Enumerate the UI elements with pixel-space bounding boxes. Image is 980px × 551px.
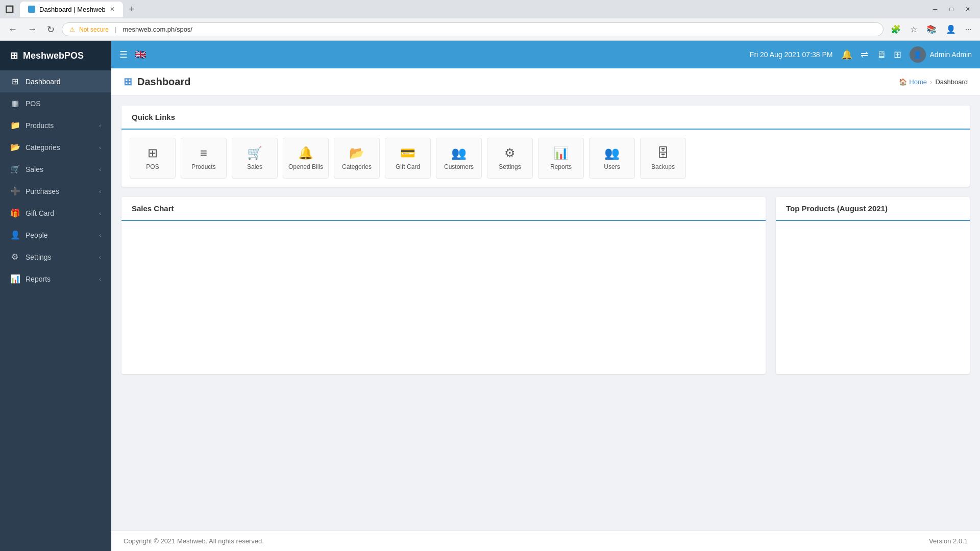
close-button[interactable]: ✕ <box>961 4 975 14</box>
sidebar-item-products[interactable]: 📁 Products ‹ <box>0 114 111 136</box>
minimize-button[interactable]: ─ <box>928 4 942 14</box>
more-button[interactable]: ··· <box>962 23 975 36</box>
pos-icon: ⊞ <box>148 146 158 160</box>
address-bar[interactable]: ⚠ Not secure | meshweb.com.ph/spos/ <box>62 22 884 36</box>
sidebar-item-left: 🎁 Gift Card <box>10 208 54 218</box>
chevron-icon: ‹ <box>99 210 101 216</box>
quick-link-settings[interactable]: ⚙ Settings <box>487 138 533 179</box>
sales-chart-card: Sales Chart <box>121 197 766 374</box>
sidebar-item-purchases[interactable]: ➕ Purchases ‹ <box>0 180 111 202</box>
quick-link-customers[interactable]: 👥 Customers <box>436 138 482 179</box>
main-area: ☰ 🇬🇧 Fri 20 Aug 2021 07:38 PM 🔔 ⇌ 🖥 ⊞ 👤 … <box>111 41 980 551</box>
quick-link-label-sales: Sales <box>247 163 262 170</box>
maximize-button[interactable]: □ <box>944 4 959 14</box>
quick-link-label-settings: Settings <box>499 163 521 170</box>
quick-link-backups[interactable]: 🗄 Backups <box>640 138 686 179</box>
top-products-header: Top Products (August 2021) <box>776 197 970 221</box>
backups-icon: 🗄 <box>657 146 669 160</box>
reload-button[interactable]: ↻ <box>44 22 58 37</box>
quick-links-header: Quick Links <box>121 106 970 130</box>
profile-button[interactable]: 👤 <box>943 22 959 36</box>
forward-button[interactable]: → <box>24 22 40 37</box>
quick-link-label-users: Users <box>604 163 620 170</box>
sidebar-item-left: 📁 Products <box>10 120 54 130</box>
footer: Copyright © 2021 Meshweb. All rights res… <box>111 531 980 551</box>
opened-bills-icon: 🔔 <box>298 146 313 160</box>
sidebar-item-label: Purchases <box>26 187 59 195</box>
quick-link-products[interactable]: ≡ Products <box>181 138 227 179</box>
new-tab-button[interactable]: + <box>127 2 137 17</box>
active-browser-tab[interactable]: Dashboard | Meshweb ✕ <box>20 2 123 17</box>
browser-titlebar: 🔲 Dashboard | Meshweb ✕ + ─ □ ✕ <box>0 0 980 18</box>
back-button[interactable]: ← <box>5 22 20 37</box>
sidebar-item-sales[interactable]: 🛒 Sales ‹ <box>0 158 111 180</box>
quick-link-categories[interactable]: 📂 Categories <box>334 138 380 179</box>
main-header: ⊞ Dashboard 🏠 Home › Dashboard <box>111 68 980 95</box>
window-controls: ─ □ ✕ <box>928 4 975 14</box>
sidebar-item-dashboard[interactable]: ⊞ Dashboard <box>0 70 111 92</box>
connections-icon[interactable]: ⇌ <box>861 49 868 60</box>
topbar-left: ☰ 🇬🇧 <box>119 49 146 60</box>
sidebar-item-reports[interactable]: 📊 Reports ‹ <box>0 268 111 290</box>
tab-close-button[interactable]: ✕ <box>110 6 115 13</box>
settings-icon: ⚙ <box>504 146 516 160</box>
sidebar-item-left: ▦ POS <box>10 98 41 108</box>
browser-nav-actions: 🧩 ☆ 📚 👤 ··· <box>888 22 975 36</box>
hamburger-icon[interactable]: ☰ <box>119 49 128 60</box>
sales-chart-header: Sales Chart <box>121 197 766 221</box>
customers-icon: 👥 <box>451 146 467 160</box>
page-title-area: ⊞ Dashboard <box>124 76 190 88</box>
content-area: Quick Links ⊞ POS ≡ Products 🛒 Sales 🔔 O… <box>111 95 980 531</box>
sales-icon: 🛒 <box>10 164 19 174</box>
sidebar-item-people[interactable]: 👤 People ‹ <box>0 224 111 246</box>
quick-link-label-pos: POS <box>146 163 159 170</box>
collections-button[interactable]: 📚 <box>923 22 940 36</box>
quick-link-pos[interactable]: ⊞ POS <box>130 138 176 179</box>
quick-link-sales[interactable]: 🛒 Sales <box>232 138 278 179</box>
chevron-icon: ‹ <box>99 188 101 194</box>
flag-icon[interactable]: 🇬🇧 <box>135 49 146 60</box>
sidebar-item-label: Products <box>26 121 54 130</box>
display-icon[interactable]: 🖥 <box>876 49 886 60</box>
dashboard-icon: ⊞ <box>124 76 132 88</box>
quick-link-opened-bills[interactable]: 🔔 Opened Bills <box>283 138 329 179</box>
home-icon: 🏠 <box>899 78 907 86</box>
sidebar-item-pos[interactable]: ▦ POS <box>0 92 111 114</box>
charts-row: Sales Chart Top Products (August 2021) <box>121 197 970 374</box>
topbar-right: Fri 20 Aug 2021 07:38 PM 🔔 ⇌ 🖥 ⊞ 👤 Admin… <box>750 46 972 63</box>
sidebar-item-gift-card[interactable]: 🎁 Gift Card ‹ <box>0 202 111 224</box>
tab-title: Dashboard | Meshweb <box>39 6 106 13</box>
quick-link-label-products: Products <box>191 163 215 170</box>
breadcrumb: 🏠 Home › Dashboard <box>899 78 968 86</box>
sidebar-item-left: 📊 Reports <box>10 274 51 284</box>
quick-link-reports[interactable]: 📊 Reports <box>538 138 584 179</box>
sidebar-item-label: Reports <box>26 275 51 283</box>
sidebar-item-left: 📂 Categories <box>10 142 60 152</box>
notification-icon[interactable]: 🔔 <box>841 49 852 60</box>
security-icon: ⚠ <box>69 26 75 33</box>
topbar-user[interactable]: 👤 Admin Admin <box>910 46 972 63</box>
quick-link-label-customers: Customers <box>444 163 474 170</box>
version: Version 2.0.1 <box>929 537 968 545</box>
quick-link-label-backups: Backups <box>651 163 675 170</box>
categories-icon: 📂 <box>349 146 364 160</box>
breadcrumb-separator: › <box>930 78 932 86</box>
breadcrumb-home[interactable]: 🏠 Home <box>899 78 927 86</box>
breadcrumb-current: Dashboard <box>935 78 968 86</box>
app-container: ⊞ MeshwebPOS ⊞ Dashboard ▦ POS 📁 Product… <box>0 41 980 551</box>
extensions-button[interactable]: 🧩 <box>888 22 904 36</box>
sidebar-item-categories[interactable]: 📂 Categories ‹ <box>0 136 111 158</box>
chevron-icon: ‹ <box>99 254 101 260</box>
main-content: ⊞ Dashboard 🏠 Home › Dashboard Quick Lin… <box>111 68 980 551</box>
quick-link-gift-card[interactable]: 💳 Gift Card <box>385 138 431 179</box>
favorites-button[interactable]: ☆ <box>907 22 920 36</box>
grid-icon[interactable]: ⊞ <box>894 49 901 60</box>
avatar: 👤 <box>910 46 926 63</box>
quick-link-users[interactable]: 👥 Users <box>589 138 635 179</box>
sidebar-item-label: People <box>26 231 48 239</box>
sidebar-item-left: 🛒 Sales <box>10 164 43 174</box>
sidebar-item-settings[interactable]: ⚙ Settings ‹ <box>0 246 111 268</box>
reports-icon: 📊 <box>553 146 569 160</box>
reports-icon: 📊 <box>10 274 19 284</box>
topbar-datetime: Fri 20 Aug 2021 07:38 PM <box>750 51 833 59</box>
